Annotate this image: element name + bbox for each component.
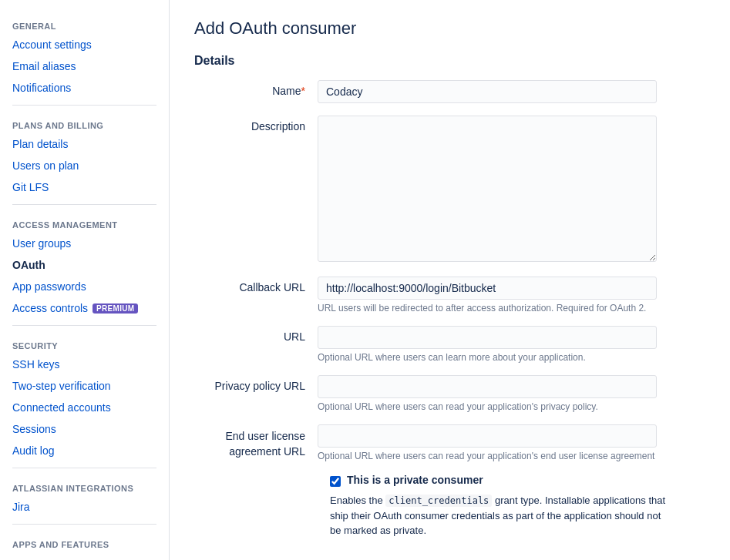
sidebar-section-label-security: Security [0, 332, 169, 354]
callback-url-helper: URL users will be redirected to after ac… [318, 303, 657, 314]
form-row-description: Description [194, 116, 705, 264]
sidebar-item-jira[interactable]: Jira [0, 496, 169, 518]
sidebar-item-audit-log[interactable]: Audit log [0, 440, 169, 461]
url-helper: Optional URL where users can learn more … [318, 352, 657, 363]
private-consumer-section: This is a private consumer Enables the c… [330, 474, 669, 538]
sidebar-item-access-controls[interactable]: Access controls PREMIUM [0, 297, 169, 319]
sidebar-item-sessions[interactable]: Sessions [0, 418, 169, 440]
private-consumer-label: This is a private consumer [347, 474, 483, 486]
sidebar-item-users-on-plan[interactable]: Users on plan [0, 155, 169, 176]
callback-url-input[interactable] [318, 277, 657, 300]
name-input[interactable] [318, 80, 657, 103]
eula-helper: Optional URL where users can read your a… [318, 451, 657, 461]
form-field-privacy-url: Optional URL where users can read your a… [318, 375, 657, 412]
sidebar-divider-5 [12, 524, 156, 525]
sidebar-item-app-passwords[interactable]: App passwords [0, 276, 169, 297]
privacy-url-input[interactable] [318, 375, 657, 398]
form-label-eula: End user license agreement URL [194, 424, 318, 459]
main-content: Add OAuth consumer Details Name* Descrip… [170, 0, 730, 560]
form-row-name: Name* [194, 80, 705, 103]
page-title: Add OAuth consumer [194, 18, 705, 39]
sidebar-divider-4 [12, 468, 156, 468]
sidebar-item-oauth[interactable]: OAuth [0, 254, 169, 276]
form-field-name [318, 80, 657, 103]
private-consumer-checkbox[interactable] [330, 476, 341, 487]
sidebar-item-connected-accounts[interactable]: Connected accounts [0, 397, 169, 418]
sidebar-item-git-lfs[interactable]: Git LFS [0, 176, 169, 198]
sidebar-section-security: Security SSH keys Two-step verification … [0, 332, 169, 461]
private-consumer-checkbox-row: This is a private consumer [330, 474, 669, 487]
description-textarea[interactable] [318, 116, 657, 262]
private-consumer-code: client_credentials [385, 495, 492, 507]
form-field-url: Optional URL where users can learn more … [318, 326, 657, 363]
form-label-callback-url: Callback URL [194, 277, 318, 293]
form-row-privacy-url: Privacy policy URL Optional URL where us… [194, 375, 705, 412]
form-label-description: Description [194, 116, 318, 132]
sidebar-section-label-access: Access Management [0, 211, 169, 233]
form-label-name: Name* [194, 80, 318, 97]
sidebar-section-apps: Apps and Features [0, 531, 169, 552]
eula-input[interactable] [318, 424, 657, 448]
sidebar-item-two-step-verification[interactable]: Two-step verification [0, 375, 169, 397]
sidebar-section-label-atlassian: Atlassian Integrations [0, 474, 169, 496]
sidebar-section-access: Access Management User groups OAuth App … [0, 211, 169, 319]
privacy-url-helper: Optional URL where users can read your a… [318, 401, 657, 412]
form-row-url: URL Optional URL where users can learn m… [194, 326, 705, 363]
sidebar-item-notifications[interactable]: Notifications [0, 77, 169, 99]
sidebar-section-label-apps: Apps and Features [0, 531, 169, 552]
form-label-privacy-url: Privacy policy URL [194, 375, 318, 392]
sidebar-section-label-plans: Plans and Billing [0, 112, 169, 133]
form-row-eula: End user license agreement URL Optional … [194, 424, 705, 461]
sidebar-item-user-groups[interactable]: User groups [0, 233, 169, 254]
private-consumer-description: Enables the client_credentials grant typ… [330, 493, 669, 538]
sidebar-item-access-controls-label: Access controls [12, 302, 88, 314]
sidebar-section-general: General Account settings Email aliases N… [0, 12, 169, 99]
sidebar-section-atlassian: Atlassian Integrations Jira [0, 474, 169, 518]
sidebar-section-plans: Plans and Billing Plan details Users on … [0, 112, 169, 198]
form-label-url: URL [194, 326, 318, 343]
sidebar-divider-2 [12, 204, 156, 205]
sidebar-divider-3 [12, 325, 156, 326]
sidebar-item-ssh-keys[interactable]: SSH keys [0, 354, 169, 375]
form-field-eula: Optional URL where users can read your a… [318, 424, 657, 461]
sidebar-item-email-aliases[interactable]: Email aliases [0, 55, 169, 77]
premium-badge: PREMIUM [93, 303, 138, 314]
form-field-description [318, 116, 657, 264]
sidebar-section-label-general: General [0, 12, 169, 34]
sidebar-item-plan-details[interactable]: Plan details [0, 133, 169, 155]
form-field-callback-url: URL users will be redirected to after ac… [318, 277, 657, 314]
form-row-callback-url: Callback URL URL users will be redirecte… [194, 277, 705, 314]
private-consumer-desc-prefix: Enables the [330, 495, 385, 506]
sidebar-item-account-settings[interactable]: Account settings [0, 34, 169, 55]
section-title: Details [194, 54, 705, 68]
url-input[interactable] [318, 326, 657, 349]
sidebar: General Account settings Email aliases N… [0, 0, 170, 560]
sidebar-divider-1 [12, 105, 156, 106]
